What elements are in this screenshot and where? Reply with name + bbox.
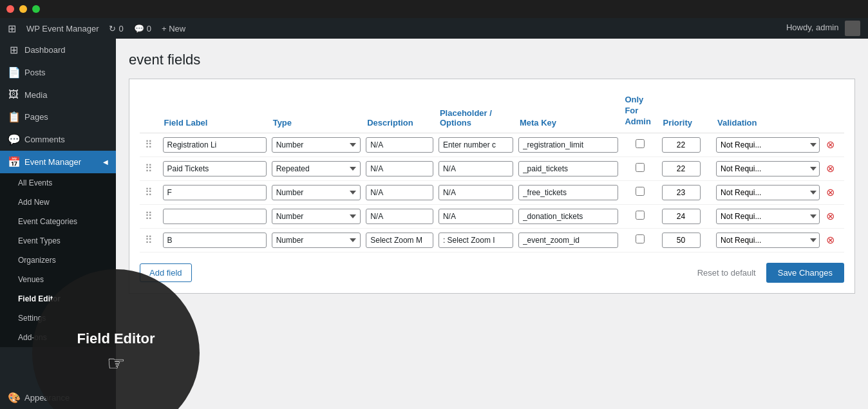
priority-input-4[interactable] xyxy=(662,233,701,248)
validation-select-0[interactable]: Not Requi... xyxy=(716,137,820,153)
admin-checkbox-4[interactable] xyxy=(636,234,645,243)
type-select-3[interactable]: Number Repeated Text Select xyxy=(272,209,361,224)
priority-input-2[interactable] xyxy=(662,185,701,200)
validation-select-1[interactable]: Not Requi... xyxy=(716,161,820,176)
minimize-button[interactable] xyxy=(19,5,27,13)
table-row: ⠿ Number Repeated Text Select Not Requi.… xyxy=(140,180,844,204)
field-table-container: Field Label Type Description Placeholder… xyxy=(129,79,855,294)
sidebar-item-dashboard[interactable]: ⊞ Dashboard xyxy=(0,39,116,61)
drag-handle[interactable]: ⠿ xyxy=(142,234,155,245)
site-name[interactable]: WP Event Manager xyxy=(26,24,99,33)
sidebar-item-media[interactable]: 🖼 Media xyxy=(0,84,116,106)
sidebar-item-settings[interactable]: Settings xyxy=(0,309,116,328)
sidebar-item-event-types[interactable]: Event Types xyxy=(0,231,116,251)
sidebar-item-posts[interactable]: 📄 Posts xyxy=(0,61,116,84)
event-manager-icon: 📅 xyxy=(8,156,19,168)
sidebar-item-add-new[interactable]: Add New xyxy=(0,193,116,212)
add-field-button[interactable]: Add field xyxy=(140,263,192,282)
th-priority: Priority xyxy=(659,90,714,133)
meta-key-input-1[interactable] xyxy=(518,161,618,176)
sidebar-item-all-events[interactable]: All Events xyxy=(0,173,116,193)
description-input-1[interactable] xyxy=(366,161,433,176)
priority-input-3[interactable] xyxy=(662,209,701,224)
validation-select-4[interactable]: Not Requi... xyxy=(716,233,820,248)
th-field-label: Field Label xyxy=(160,90,269,133)
th-placeholder: Placeholder / Options xyxy=(436,90,516,133)
admin-avatar xyxy=(845,21,860,36)
comments-sidebar-icon: 💬 xyxy=(8,133,19,146)
meta-key-input-0[interactable] xyxy=(518,137,618,153)
main-content: event fields xyxy=(116,39,868,409)
type-select-1[interactable]: Number Repeated Text Select xyxy=(272,161,361,176)
sidebar-item-organizers[interactable]: Organizers xyxy=(0,251,116,270)
th-admin-only: Only For Admin xyxy=(621,90,659,133)
description-input-2[interactable] xyxy=(366,185,433,200)
remove-button-4[interactable]: ⊗ xyxy=(825,234,836,246)
sidebar-item-venues[interactable]: Venues xyxy=(0,270,116,289)
priority-input-0[interactable] xyxy=(662,137,701,153)
sidebar-item-comments[interactable]: 💬 Comments xyxy=(0,128,116,151)
admin-checkbox-2[interactable] xyxy=(636,187,645,196)
appearance-icon: 🎨 xyxy=(8,392,19,404)
admin-checkbox-3[interactable] xyxy=(636,211,645,220)
howdy-text: Howdy, admin xyxy=(786,23,838,32)
field-label-input-1[interactable] xyxy=(163,161,267,176)
media-icon: 🖼 xyxy=(8,89,19,100)
sidebar-item-pages[interactable]: 📋 Pages xyxy=(0,106,116,128)
placeholder-input-4[interactable] xyxy=(439,233,513,248)
table-row: ⠿ Number Repeated Text Select Not Requi.… xyxy=(140,228,844,252)
sidebar-item-field-editor[interactable]: Field Editor xyxy=(0,289,116,309)
updates-icon: ↻ xyxy=(109,24,116,33)
meta-key-input-3[interactable] xyxy=(518,209,618,224)
comments-item[interactable]: 💬 0 xyxy=(134,24,151,33)
admin-checkbox-0[interactable] xyxy=(636,139,645,148)
meta-key-input-4[interactable] xyxy=(518,233,618,248)
admin-checkbox-1[interactable] xyxy=(636,163,645,172)
type-select-0[interactable]: Number Repeated Text Select xyxy=(272,137,361,153)
meta-key-input-2[interactable] xyxy=(518,185,618,200)
sidebar-submenu: All Events Add New Event Categories Even… xyxy=(0,173,116,347)
sidebar-item-appearance[interactable]: 🎨 Appearance xyxy=(0,386,116,409)
save-changes-button[interactable]: Save Changes xyxy=(766,263,844,283)
page-title: event fields xyxy=(129,52,855,68)
maximize-button[interactable] xyxy=(32,5,40,13)
sidebar-item-add-ons[interactable]: Add-ons xyxy=(0,328,116,347)
new-item[interactable]: + New xyxy=(162,24,185,33)
sidebar: ⊞ Dashboard 📄 Posts 🖼 Media 📋 Pages 💬 Co… xyxy=(0,39,116,409)
type-select-4[interactable]: Number Repeated Text Select xyxy=(272,233,361,248)
table-row: ⠿ Number Repeated Text Select Not Requi.… xyxy=(140,157,844,180)
remove-button-3[interactable]: ⊗ xyxy=(825,210,836,222)
drag-handle[interactable]: ⠿ xyxy=(142,187,155,198)
updates-item[interactable]: ↻ 0 xyxy=(109,24,123,33)
drag-handle[interactable]: ⠿ xyxy=(142,139,155,150)
description-input-3[interactable] xyxy=(366,209,433,224)
placeholder-input-0[interactable] xyxy=(439,137,513,153)
description-input-0[interactable] xyxy=(366,137,433,153)
drag-handle[interactable]: ⠿ xyxy=(142,163,155,174)
priority-input-1[interactable] xyxy=(662,161,701,176)
remove-button-1[interactable]: ⊗ xyxy=(825,162,836,175)
close-button[interactable] xyxy=(6,5,14,13)
field-label-input-4[interactable] xyxy=(163,233,267,248)
th-meta-key: Meta Key xyxy=(516,90,621,133)
wp-logo-icon[interactable]: ⊞ xyxy=(8,23,16,35)
reset-link[interactable]: Reset to default xyxy=(697,268,756,278)
sidebar-item-event-categories[interactable]: Event Categories xyxy=(0,212,116,231)
th-type: Type xyxy=(269,90,364,133)
field-label-input-3[interactable] xyxy=(163,209,267,224)
sidebar-item-event-manager[interactable]: 📅 Event Manager ◀ xyxy=(0,151,116,173)
field-label-input-0[interactable] xyxy=(163,137,267,153)
remove-button-0[interactable]: ⊗ xyxy=(825,138,836,151)
description-input-4[interactable] xyxy=(366,233,433,248)
validation-select-3[interactable]: Not Requi... xyxy=(716,209,820,224)
placeholder-input-3[interactable] xyxy=(439,209,513,224)
admin-bar: ⊞ WP Event Manager ↻ 0 💬 0 + New Howdy, … xyxy=(0,18,868,39)
placeholder-input-1[interactable] xyxy=(439,161,513,176)
field-label-input-2[interactable] xyxy=(163,185,267,200)
validation-select-2[interactable]: Not Requi... xyxy=(716,185,820,200)
bottom-bar: Add field Reset to default Save Changes xyxy=(140,263,844,283)
drag-handle[interactable]: ⠿ xyxy=(142,211,155,222)
placeholder-input-2[interactable] xyxy=(439,185,513,200)
type-select-2[interactable]: Number Repeated Text Select xyxy=(272,185,361,200)
remove-button-2[interactable]: ⊗ xyxy=(825,186,836,198)
